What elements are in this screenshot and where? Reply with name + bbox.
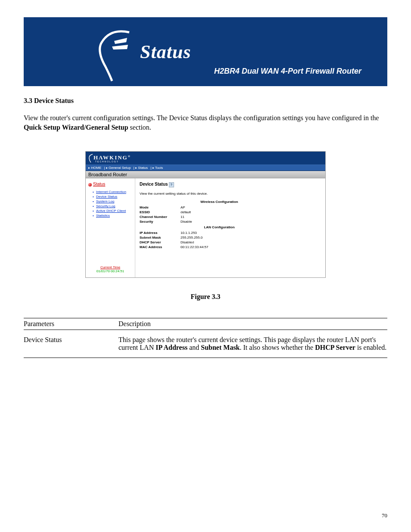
router-main: Device Status? View the current setting … bbox=[135, 178, 325, 277]
figure-caption: Figure 3.3 bbox=[24, 293, 387, 301]
table-row: Subnet Mask255.255.255.0 bbox=[140, 236, 321, 240]
para-text-1: View the router's current configuration … bbox=[24, 114, 379, 121]
router-logo-sub: TECHNOLOGY bbox=[95, 160, 119, 163]
nav-general-setup[interactable]: ▸ General Setup bbox=[106, 166, 132, 170]
table-row: SecurityDisable bbox=[140, 220, 321, 224]
table-row: Channel Number11 bbox=[140, 215, 321, 219]
nav-home[interactable]: ▸ HOME bbox=[88, 166, 102, 170]
sidebar-item-device-status[interactable]: Device Status bbox=[93, 195, 132, 199]
banner-product: H2BR4 Dual WAN 4-Port Firewall Router bbox=[214, 67, 361, 76]
sidebar-item-statistics[interactable]: Statistics bbox=[93, 214, 132, 218]
hawking-mini-icon bbox=[87, 153, 93, 163]
table-row: MAC Address00:11:22:33:44:57 bbox=[140, 245, 321, 249]
th-parameters: Parameters bbox=[24, 318, 118, 330]
sidebar-title[interactable]: Status bbox=[88, 182, 132, 187]
th-description: Description bbox=[118, 318, 387, 330]
section-paragraph: View the router's current configuration … bbox=[24, 113, 387, 132]
table-row: ModeAP bbox=[140, 205, 321, 209]
param-desc: This page shows the router's current dev… bbox=[118, 330, 387, 358]
group-wireless: Wireless Configuration bbox=[187, 200, 252, 204]
banner-title: Status bbox=[140, 41, 191, 63]
parameters-table: Parameters Description Device Status Thi… bbox=[24, 318, 387, 358]
nav-tools[interactable]: ▸ Tools bbox=[153, 166, 164, 170]
sidebar-item-active-dhcp-client[interactable]: Active DHCP Client bbox=[93, 209, 132, 213]
param-name: Device Status bbox=[24, 330, 118, 358]
para-bold: Quick Setup Wizard/General Setup bbox=[24, 124, 128, 131]
table-row: DHCP ServerDisabled bbox=[140, 240, 321, 244]
table-row: IP Address10.1.1.253 bbox=[140, 231, 321, 235]
table-row: ESSIDdefault bbox=[140, 210, 321, 214]
main-title: Device Status? bbox=[140, 182, 321, 187]
help-icon[interactable]: ? bbox=[169, 182, 174, 187]
router-bar: Broadband Router bbox=[86, 171, 325, 178]
nav-status[interactable]: ▸ Status bbox=[135, 166, 149, 170]
current-time-value: 01/01/70 00:24:51 bbox=[97, 269, 125, 273]
router-sidebar: Status Internet Connection Device Status… bbox=[86, 178, 135, 277]
hawking-swoosh-icon bbox=[88, 26, 136, 84]
current-time-label: Current Time bbox=[86, 265, 135, 269]
sidebar-item-security-log[interactable]: Security Log bbox=[93, 204, 132, 208]
router-header: HAWKING® TECHNOLOGY bbox=[86, 152, 325, 165]
group-lan: LAN Configuration bbox=[187, 225, 252, 229]
config-table: Wireless Configuration ModeAP ESSIDdefau… bbox=[140, 200, 321, 249]
current-time: Current Time 01/01/70 00:24:51 bbox=[86, 265, 135, 273]
router-ui-screenshot: HAWKING® TECHNOLOGY ▸ HOME | ▸ General S… bbox=[85, 151, 326, 278]
router-nav: ▸ HOME | ▸ General Setup | ▸ Status | ▸ … bbox=[86, 165, 325, 171]
main-description: View the current setting status of this … bbox=[140, 192, 321, 196]
banner: Status H2BR4 Dual WAN 4-Port Firewall Ro… bbox=[24, 17, 387, 86]
sidebar-item-internet-connection[interactable]: Internet Connection bbox=[93, 190, 132, 194]
section-heading: 3.3 Device Status bbox=[24, 97, 387, 105]
sidebar-item-system-log[interactable]: System Log bbox=[93, 199, 132, 203]
page-number: 70 bbox=[382, 512, 387, 519]
para-text-2: section. bbox=[128, 124, 151, 131]
